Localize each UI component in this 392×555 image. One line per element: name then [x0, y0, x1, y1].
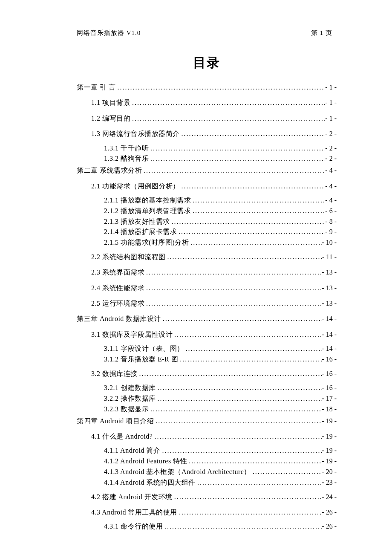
toc-entry-leader: ........................................… — [173, 491, 322, 503]
toc-entry-page: - 23 - — [322, 477, 337, 488]
toc-entry: 1.3.1 千千静听..............................… — [104, 143, 337, 154]
toc-entry-page: - 10 - — [322, 237, 337, 248]
toc-entry-page: - 16 - — [322, 367, 337, 380]
toc-entry-page: - 19 - — [322, 415, 337, 428]
toc-title: 目录 — [77, 54, 337, 72]
toc-entry-leader: ........................................… — [130, 96, 325, 109]
toc-entry-page: - 1 - — [325, 81, 337, 94]
toc-entry-leader: ........................................… — [180, 180, 326, 193]
toc-entry: 2.1.1 播放器的基本控制需求........................… — [104, 195, 337, 206]
header-right: 第 1 页 — [311, 29, 332, 37]
toc-entry-page: - 26 - — [322, 521, 337, 532]
toc-entry-label: 1.3 网络流行音乐播放器简介 — [91, 127, 180, 140]
toc-entry: 3.2.3 数据显示..............................… — [104, 404, 337, 415]
toc-entry-leader: ........................................… — [130, 112, 325, 125]
toc-container: 第一章 引 言.................................… — [77, 81, 337, 532]
toc-entry: 第二章 系统需求分析..............................… — [77, 164, 337, 177]
toc-entry-page: - 4 - — [325, 180, 337, 193]
toc-entry-leader: ........................................… — [189, 237, 322, 248]
toc-entry: 4.3.1 命令行的使用............................… — [104, 521, 337, 532]
toc-entry-page: - 4 - — [325, 164, 337, 177]
toc-entry-page: - 2 - — [325, 143, 337, 154]
toc-entry-page: - 2 - — [325, 153, 337, 164]
toc-entry: 3.1 数据库及字段属性设计..........................… — [91, 328, 337, 341]
toc-entry-label: 第二章 系统需求分析 — [77, 164, 142, 177]
toc-entry-leader: ........................................… — [156, 393, 322, 404]
toc-entry-page: - 2 - — [325, 127, 337, 140]
toc-entry: 2.2 系统结构图和流程图...........................… — [91, 251, 337, 263]
toc-entry-label: 3.1.2 音乐播放器 E-R 图 — [104, 354, 178, 365]
toc-entry-label: 第一章 引 言 — [77, 81, 116, 94]
toc-entry-label: 4.2 搭建 Android 开发环境 — [91, 491, 173, 503]
toc-entry-page: - 16 - — [322, 383, 337, 393]
toc-entry-leader: ........................................… — [170, 217, 326, 227]
toc-entry-label: 第三章 Android 数据库设计 — [77, 312, 161, 325]
toc-entry-page: - 6 - — [325, 206, 337, 217]
toc-entry-leader: ........................................… — [191, 195, 325, 206]
toc-entry-label: 3.1.1 字段设计（表、图） — [104, 344, 184, 354]
header-left: 网络音乐播放器 V1.0 — [77, 29, 141, 37]
toc-entry-page: - 13 - — [322, 297, 337, 310]
toc-entry: 4.1.3 Android 基本框架（Android Architecture）… — [104, 467, 337, 477]
toc-entry-leader: ........................................… — [187, 456, 322, 467]
toc-entry-label: 2.2 系统结构图和流程图 — [91, 251, 166, 263]
toc-entry-leader: ........................................… — [149, 153, 325, 164]
toc-entry-label: 2.4 系统性能需求 — [91, 282, 144, 295]
toc-entry-page: - 4 - — [325, 195, 337, 206]
toc-entry-page: - 9 - — [325, 227, 337, 237]
toc-entry-page: - 19 - — [322, 456, 337, 467]
toc-entry-leader: ........................................… — [160, 445, 322, 456]
toc-entry: 2.1.4 播放器扩展卡需求..........................… — [104, 227, 337, 237]
toc-entry-label: 4.3 Android 常用工具的使用 — [91, 506, 177, 519]
toc-entry: 1.3.2 酷狗音乐..............................… — [104, 153, 337, 164]
toc-entry: 2.1.2 播放清单列表管理需求........................… — [104, 206, 337, 217]
toc-entry-label: 2.1.1 播放器的基本控制需求 — [104, 195, 191, 206]
toc-entry-page: - 14 - — [322, 328, 337, 341]
toc-entry: 3.2 数据库连接...............................… — [91, 367, 337, 380]
toc-entry-label: 4.1.3 Android 基本框架（Android Architecture） — [104, 467, 251, 477]
toc-entry-leader: ........................................… — [116, 81, 326, 94]
toc-entry-page: - 26 - — [322, 506, 337, 519]
toc-entry: 2.3 系统界面需求..............................… — [91, 266, 337, 279]
toc-entry-label: 1.3.1 千千静听 — [104, 143, 149, 154]
toc-entry-label: 3.1 数据库及字段属性设计 — [91, 328, 173, 341]
toc-entry-leader: ........................................… — [166, 251, 322, 263]
toc-entry-leader: ........................................… — [180, 127, 326, 140]
toc-entry-label: 4.3.1 命令行的使用 — [104, 521, 163, 532]
toc-entry: 3.1.2 音乐播放器 E-R 图.......................… — [104, 354, 337, 365]
toc-entry-page: - 16 - — [322, 354, 337, 365]
toc-entry-label: 2.1.4 播放器扩展卡需求 — [104, 227, 177, 237]
toc-entry-page: - 19 - — [322, 445, 337, 456]
toc-entry: 2.4 系统性能需求..............................… — [91, 282, 337, 295]
toc-entry-page: - 13 - — [322, 266, 337, 279]
toc-entry: 4.1.1 Android 简介........................… — [104, 445, 337, 456]
toc-entry-leader: ........................................… — [177, 506, 322, 519]
toc-entry-leader: ........................................… — [177, 227, 325, 237]
toc-entry-page: - 18 - — [322, 404, 337, 415]
toc-entry-label: 4.1.1 Android 简介 — [104, 445, 160, 456]
toc-entry: 3.2.1 创建数据库.............................… — [104, 383, 337, 393]
toc-entry-page: - 1 - — [325, 96, 337, 109]
page-header: 网络音乐播放器 V1.0 第 1 页 — [77, 29, 337, 37]
toc-entry-page: - 17 - — [322, 393, 337, 404]
toc-entry-leader: ........................................… — [184, 344, 322, 354]
toc-entry-label: 2.1.3 播放友好性需求 — [104, 217, 170, 227]
document-page: 网络音乐播放器 V1.0 第 1 页 目录 第一章 引 言...........… — [0, 0, 392, 555]
toc-entry-leader: ........................................… — [138, 367, 322, 380]
toc-entry: 4.3 Android 常用工具的使用.....................… — [91, 506, 337, 519]
toc-entry-page: - 20 - — [322, 467, 337, 477]
toc-entry-label: 1.3.2 酷狗音乐 — [104, 153, 149, 164]
toc-entry-leader: ........................................… — [153, 430, 322, 443]
toc-entry-leader: ........................................… — [149, 143, 325, 154]
toc-entry-page: - 19 - — [322, 430, 337, 443]
toc-entry-label: 2.3 系统界面需求 — [91, 266, 144, 279]
toc-entry: 4.2 搭建 Android 开发环境.....................… — [91, 491, 337, 503]
toc-entry-label: 2.5 运行环境需求 — [91, 297, 144, 310]
toc-entry-leader: ........................................… — [142, 164, 325, 177]
toc-entry-page: - 24 - — [322, 491, 337, 503]
toc-entry: 2.1.3 播放友好性需求...........................… — [104, 217, 337, 227]
toc-entry-label: 4.1.2 Android Features 特性 — [104, 456, 187, 467]
toc-entry-leader: ........................................… — [178, 354, 322, 365]
toc-entry-label: 4.1 什么是 Android? — [91, 430, 153, 443]
toc-entry: 2.1 功能需求（用例图分析）.........................… — [91, 180, 337, 193]
